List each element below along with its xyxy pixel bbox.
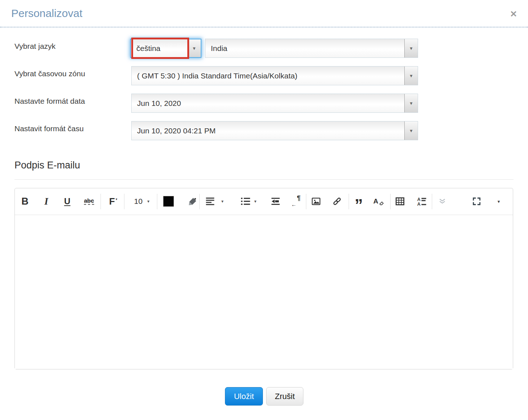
toolbar-dropdown-button[interactable]: ▾ [497, 198, 501, 205]
dialog-header: Personalizovat ✕ [0, 0, 528, 27]
time-format-select-value: Jun 10, 2020 04:21 PM [132, 121, 404, 140]
align-caret-button[interactable]: ▾ [221, 198, 224, 204]
font-size-value: 10 [134, 197, 142, 206]
outdent-icon [271, 197, 281, 206]
dropdown-arrow-icon: ▼ [409, 46, 413, 51]
clear-formatting-button[interactable]: A [372, 197, 385, 206]
toolbar-separator [390, 194, 391, 209]
fullscreen-icon [472, 197, 482, 206]
double-chevron-down-icon [438, 197, 447, 206]
dropdown-arrow-icon: ▼ [409, 74, 413, 78]
strikethrough-button[interactable]: abc [83, 197, 95, 206]
toolbar-separator [124, 194, 124, 209]
fullscreen-button[interactable] [471, 196, 482, 207]
underline-icon: U [64, 196, 70, 206]
image-icon [311, 197, 321, 206]
text-color-button[interactable] [162, 195, 175, 207]
strikethrough-icon: abc [84, 198, 94, 205]
timezone-select-arrow-button[interactable]: ▼ [404, 67, 418, 85]
region-select-arrow-button[interactable]: ▼ [404, 39, 418, 57]
list-button[interactable] [240, 196, 251, 207]
region-select-value: India [205, 39, 404, 57]
section-divider [14, 179, 514, 180]
bold-icon: B [21, 196, 29, 207]
svg-text:A: A [417, 197, 421, 202]
editor-toolbar: B I U abc F ▾ 10 ▾ [15, 188, 513, 215]
close-icon[interactable]: ✕ [510, 10, 517, 18]
font-family-icon: F [109, 196, 115, 207]
blockquote-button[interactable]: ” [354, 201, 364, 202]
caret-down-icon: ▾ [221, 199, 223, 203]
toolbar-separator [349, 194, 349, 209]
toolbar-separator [157, 194, 157, 209]
list-caret-button[interactable]: ▾ [254, 198, 257, 204]
caret-down-icon: ▾ [147, 199, 149, 203]
align-button[interactable] [204, 196, 216, 207]
dialog-title: Personalizovat [11, 7, 82, 20]
toolbar-separator [306, 194, 306, 209]
language-select-value: čeština [131, 39, 187, 57]
eraser-icon [379, 200, 384, 205]
signature-editor-area[interactable] [15, 215, 513, 369]
font-family-button[interactable]: F ▾ [108, 195, 118, 208]
toolbar-separator [101, 194, 101, 209]
dropdown-arrow-icon: ▼ [409, 101, 413, 106]
language-label: Vybrat jazyk [14, 41, 56, 51]
language-select-arrow-button[interactable]: ▼ [187, 39, 201, 57]
text-color-swatch-icon [163, 196, 174, 207]
italic-icon: I [44, 196, 48, 207]
line-height-icon: A A [417, 197, 427, 206]
signature-editor: B I U abc F ▾ 10 ▾ [14, 188, 513, 369]
paragraph-direction-icon: ¶ ← [291, 197, 301, 206]
caret-down-icon: ▾ [498, 199, 500, 204]
language-select[interactable]: čeština ▼ [130, 39, 201, 58]
line-height-button[interactable]: A A [416, 196, 427, 207]
time-format-select[interactable]: Jun 10, 2020 04:21 PM ▼ [131, 121, 418, 140]
outdent-button[interactable] [270, 196, 281, 207]
timezone-select[interactable]: ( GMT 5:30 ) India Standard Time(Asia/Ko… [131, 66, 418, 85]
time-format-select-arrow-button[interactable]: ▼ [404, 121, 418, 140]
toolbar-separator [199, 194, 200, 209]
time-format-label: Nastavit formát času [14, 124, 84, 133]
toolbar-separator [432, 194, 432, 209]
italic-button[interactable]: I [44, 195, 49, 208]
highlight-color-button[interactable] [187, 196, 199, 207]
caret-down-icon: ▾ [254, 199, 256, 203]
font-size-button[interactable]: 10 ▾ [133, 196, 150, 206]
save-button[interactable]: Uložit [225, 387, 263, 406]
timezone-label: Vybrat časovou zónu [14, 69, 85, 78]
date-format-select[interactable]: Jun 10, 2020 ▼ [131, 94, 418, 113]
more-tools-button[interactable] [437, 196, 448, 206]
svg-text:A: A [417, 202, 421, 206]
underline-button[interactable]: U [63, 196, 71, 207]
signature-heading: Podpis E-mailu [14, 159, 80, 171]
date-format-select-arrow-button[interactable]: ▼ [404, 94, 418, 112]
table-icon [395, 197, 405, 206]
text-direction-button[interactable]: ¶ ← [291, 196, 302, 207]
region-select[interactable]: India ▼ [205, 39, 418, 58]
insert-image-button[interactable] [310, 196, 322, 207]
cancel-button[interactable]: Zrušit [266, 387, 303, 406]
date-format-select-value: Jun 10, 2020 [132, 94, 404, 112]
timezone-select-value: ( GMT 5:30 ) India Standard Time(Asia/Ko… [132, 67, 404, 85]
insert-link-button[interactable] [332, 196, 343, 207]
align-left-icon [205, 197, 215, 206]
insert-table-button[interactable] [394, 196, 406, 207]
bold-button[interactable]: B [21, 195, 29, 208]
clear-formatting-icon: A [373, 197, 378, 205]
bullet-list-icon [241, 197, 250, 206]
dropdown-arrow-icon: ▼ [192, 46, 196, 51]
dropdown-arrow-icon: ▼ [409, 129, 413, 133]
caret-down-icon: ▾ [116, 197, 118, 201]
highlighter-pen-icon [188, 197, 198, 206]
date-format-label: Nastavte formát data [14, 96, 85, 106]
link-icon [332, 197, 342, 206]
